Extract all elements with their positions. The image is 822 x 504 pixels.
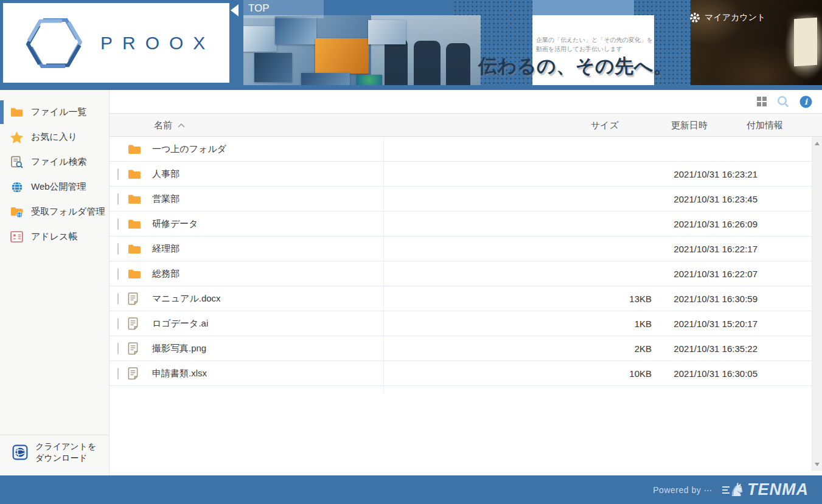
row-size: 1KB [591,319,652,329]
row-updated: 2021/10/31 16:22:17 [652,244,758,254]
main-content: i 名前 サイズ 更新日時 付加情報 [110,90,822,475]
file-icon [128,367,138,380]
column-header-name[interactable]: 名前 [154,120,185,131]
sidebar-item-label: アドレス帳 [31,231,77,243]
folder-icon [128,169,141,179]
tenma-horse-icon: ♞ [729,481,745,499]
row-size: 2KB [591,343,652,354]
client-app-icon [12,444,28,460]
proox-logo-icon [24,13,85,74]
row-updated: 2021/10/31 16:35:22 [652,343,758,354]
sidebar-item-label: ファイル一覧 [31,106,86,118]
column-header-size[interactable]: サイズ [591,120,619,131]
banner-card-topbar [532,0,634,15]
table-header: 名前 サイズ 更新日時 付加情報 [110,113,822,137]
row-size: 13KB [591,294,652,304]
logo-text: PROOX [100,33,215,54]
file-icon [128,292,138,305]
sidebar-item-label: ファイル検索 [31,156,86,168]
list-toolbar: i [110,90,822,113]
table-row[interactable]: 研修データ 2021/10/31 16:26:09 [110,212,812,236]
row-size: 10KB [591,368,652,379]
row-checkbox[interactable] [117,318,119,330]
table-row[interactable]: 営業部 2021/10/31 16:23:45 [110,187,812,212]
table-row[interactable]: 総務部 2021/10/31 16:22:07 [110,261,812,286]
row-checkbox[interactable] [117,193,119,205]
sidebar-item-label: 受取フォルダ管理 [31,206,105,218]
banner: TOP 企業の「伝えたい」と「その先の変化」を 動画を活用してお手伝いします 伝… [230,0,822,90]
address-book-icon [10,230,23,243]
sidebar-item-file-search[interactable]: ファイル検索 [0,150,109,174]
sort-asc-icon [178,123,185,128]
sidebar-item-label: お気に入り [31,131,77,143]
page: PROOX TOP [0,0,822,504]
column-header-updated[interactable]: 更新日時 [671,120,708,131]
row-checkbox[interactable] [117,168,119,180]
row-name: 一つ上のフォルダ [146,143,591,155]
search-button[interactable] [777,95,789,108]
top-link[interactable]: TOP [248,2,270,15]
folder-globe-icon [10,205,23,218]
row-name: 経理部 [146,243,591,255]
row-checkbox[interactable] [117,343,119,354]
row-checkbox[interactable] [117,268,119,280]
column-header-extra[interactable]: 付加情報 [747,120,783,131]
table-row[interactable]: マニュアル.docx 13KB 2021/10/31 16:30:59 [110,286,812,311]
folder-icon [10,106,23,119]
star-icon [10,131,23,143]
row-name: 人事部 [146,168,591,180]
download-client-label: クライアントを ダウンロード [35,441,96,464]
grid-view-button[interactable] [757,97,767,106]
name-column-divider [383,137,384,393]
tenma-brand: ♞ TENMA [722,480,809,499]
sidebar-item-receive-folder[interactable]: 受取フォルダ管理 [0,199,109,224]
row-name: 総務部 [146,268,591,280]
folder-icon [128,219,141,229]
banner-headline: 伝わるの、その先へ。 [478,54,672,79]
table-row[interactable]: 申請書類.xlsx 10KB 2021/10/31 16:30:05 [110,361,812,386]
row-updated: 2021/10/31 15:20:17 [652,319,758,329]
file-icon [128,317,138,330]
sidebar-item-favorites[interactable]: お気に入り [0,125,109,150]
table-row[interactable]: 撮影写真.png 2KB 2021/10/31 16:35:22 [110,336,812,361]
vertical-scrollbar[interactable] [812,137,822,471]
collapse-banner-arrow-icon[interactable] [231,4,239,16]
row-checkbox[interactable] [117,368,119,379]
table-body: 一つ上のフォルダ [110,137,812,386]
sidebar-item-web-publish[interactable]: Web公開管理 [0,174,109,199]
banner-collage-image [243,15,481,85]
footer: Powered by ⋯ ♞ TENMA [0,475,822,504]
scroll-up-arrow-icon[interactable] [815,142,820,145]
table-row[interactable]: 人事部 2021/10/31 16:23:21 [110,162,812,187]
my-account-button[interactable]: マイアカウント [689,12,765,23]
file-icon [128,342,138,355]
row-name: 研修データ [146,218,591,230]
powered-by-label: Powered by ⋯ [653,485,712,495]
download-client-button[interactable]: クライアントを ダウンロード [0,441,109,464]
row-name: マニュアル.docx [146,293,591,305]
file-search-icon [10,156,23,168]
info-button[interactable]: i [799,95,812,108]
my-account-label: マイアカウント [705,12,765,23]
sidebar-divider [0,435,109,435]
sidebar-item-address-book[interactable]: アドレス帳 [0,224,109,249]
row-updated: 2021/10/31 16:30:59 [652,294,758,304]
row-name: 営業部 [146,193,591,205]
globe-icon [10,181,23,193]
row-checkbox[interactable] [117,218,119,230]
sidebar-item-file-list[interactable]: ファイル一覧 [0,100,109,125]
row-name: 撮影写真.png [146,343,591,354]
app-logo[interactable]: PROOX [3,3,229,83]
table-row[interactable]: 経理部 2021/10/31 16:22:17 [110,236,812,261]
parent-folder-row[interactable]: 一つ上のフォルダ [110,137,812,162]
gear-icon [689,12,700,23]
folder-icon [128,194,141,204]
banner-tagline-line1: 企業の「伝えたい」と「その先の変化」を [536,35,658,44]
sidebar-item-label: Web公開管理 [31,181,86,193]
row-checkbox[interactable] [117,293,119,305]
row-checkbox[interactable] [117,243,119,255]
row-updated: 2021/10/31 16:23:45 [652,194,758,204]
table-row[interactable]: ロゴデータ.ai 1KB 2021/10/31 15:20:17 [110,311,812,336]
row-updated: 2021/10/31 16:22:07 [652,269,758,279]
scroll-down-arrow-icon[interactable] [815,463,820,466]
